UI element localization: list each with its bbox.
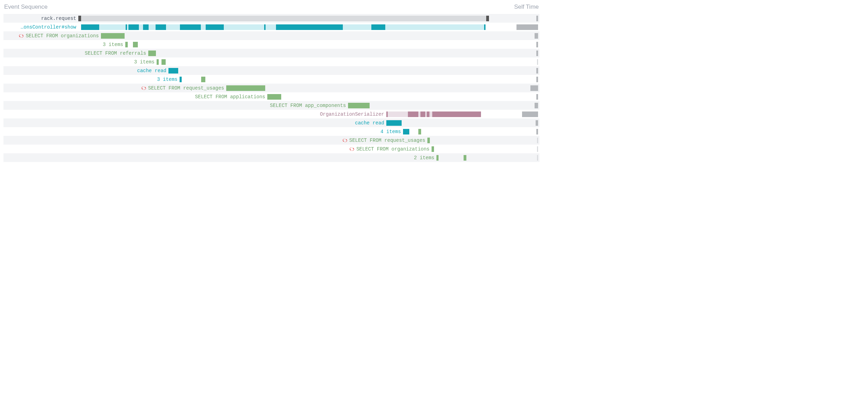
trace-segment[interactable] — [143, 24, 149, 30]
timeline-track[interactable] — [148, 51, 498, 56]
trace-row[interactable]: OrganizationSerializer — [3, 110, 539, 118]
trace-segment[interactable] — [226, 85, 265, 91]
timeline-track[interactable] — [168, 68, 498, 74]
row-label[interactable]: rack.request — [3, 16, 78, 21]
trace-segment[interactable] — [427, 138, 430, 143]
trace-row[interactable]: SELECT FROM app_components — [3, 101, 539, 110]
trace-segment[interactable] — [429, 111, 432, 117]
timeline-track[interactable] — [180, 77, 498, 82]
row-label[interactable]: OrganizationSerializer — [3, 111, 386, 117]
timeline-track[interactable] — [78, 24, 498, 30]
trace-segment[interactable] — [139, 24, 143, 30]
row-label[interactable]: 4 items — [3, 129, 403, 134]
timeline-track[interactable] — [157, 59, 498, 65]
timeline-track[interactable] — [432, 146, 498, 152]
trace-segment[interactable] — [267, 94, 281, 100]
timeline-track[interactable] — [267, 94, 498, 100]
trace-segment[interactable] — [403, 129, 409, 134]
row-label[interactable]: cache read — [3, 68, 168, 74]
self-time-cell — [498, 16, 539, 21]
timeline-track[interactable] — [427, 138, 498, 143]
trace-segment[interactable] — [408, 111, 418, 117]
trace-row[interactable]: …onsController#show — [3, 23, 539, 31]
row-label[interactable]: SELECT FROM organizations — [3, 146, 432, 152]
trace-segment[interactable] — [420, 111, 425, 117]
trace-segment[interactable] — [224, 24, 264, 30]
trace-segment[interactable] — [371, 24, 385, 30]
row-label[interactable]: 2 items — [3, 155, 436, 161]
timeline-track[interactable] — [125, 42, 498, 47]
trace-row[interactable]: SELECT FROM organizations — [3, 145, 539, 153]
self-time-cell — [498, 111, 539, 117]
timeline-track[interactable] — [386, 111, 498, 117]
trace-row[interactable]: 2 items — [3, 153, 539, 162]
row-label[interactable]: SELECT FROM app_components — [3, 103, 348, 108]
trace-row[interactable]: 4 items — [3, 127, 539, 136]
trace-segment[interactable] — [157, 59, 159, 65]
trace-segment[interactable] — [432, 146, 434, 152]
trace-segment[interactable] — [78, 16, 81, 21]
timeline-track[interactable] — [101, 33, 498, 39]
trace-segment[interactable] — [101, 33, 125, 39]
timeline-track[interactable] — [403, 129, 498, 134]
timeline-track[interactable] — [348, 103, 498, 108]
timeline-track[interactable] — [386, 120, 498, 126]
trace-segment[interactable] — [180, 77, 182, 82]
trace-row[interactable]: 3 items — [3, 57, 539, 66]
trace-segment[interactable] — [427, 111, 429, 117]
trace-segment[interactable] — [149, 24, 156, 30]
row-label[interactable]: SELECT FROM applications — [3, 94, 267, 100]
row-label[interactable]: SELECT FROM request_usages — [3, 138, 427, 143]
trace-segment[interactable] — [386, 120, 402, 126]
timeline-track[interactable] — [436, 155, 498, 161]
trace-segment[interactable] — [168, 68, 178, 74]
self-time-bar — [536, 120, 538, 126]
trace-row[interactable]: rack.request — [3, 14, 539, 23]
trace-segment[interactable] — [343, 24, 371, 30]
trace-row[interactable]: 3 items — [3, 75, 539, 84]
row-label[interactable]: SELECT FROM referrals — [3, 51, 148, 56]
trace-row[interactable]: cache read — [3, 118, 539, 127]
trace-segment[interactable] — [161, 59, 166, 65]
trace-segment[interactable] — [418, 129, 421, 134]
trace-segment[interactable] — [133, 42, 138, 47]
trace-row[interactable]: SELECT FROM organizations — [3, 31, 539, 40]
row-label[interactable]: 3 items — [3, 42, 125, 47]
trace-segment[interactable] — [201, 24, 206, 30]
trace-segment[interactable] — [125, 42, 128, 47]
trace-segment[interactable] — [148, 51, 156, 56]
trace-segment[interactable] — [348, 103, 370, 108]
trace-segment[interactable] — [385, 24, 484, 30]
row-label[interactable]: …onsController#show — [3, 24, 78, 30]
trace-segment[interactable] — [432, 111, 481, 117]
trace-segment[interactable] — [81, 16, 486, 21]
trace-row[interactable]: SELECT FROM request_usages — [3, 136, 539, 145]
row-label[interactable]: SELECT FROM request_usages — [3, 85, 226, 91]
trace-row[interactable]: SELECT FROM referrals — [3, 49, 539, 57]
trace-row[interactable]: cache read — [3, 66, 539, 75]
trace-segment[interactable] — [388, 111, 408, 117]
trace-segment[interactable] — [201, 77, 205, 82]
trace-segment[interactable] — [464, 155, 466, 161]
trace-segment[interactable] — [99, 24, 126, 30]
trace-segment[interactable] — [166, 24, 180, 30]
row-label[interactable]: 3 items — [3, 77, 180, 82]
trace-segment[interactable] — [128, 24, 139, 30]
timeline-track[interactable] — [226, 85, 498, 91]
timeline-track[interactable] — [78, 16, 498, 21]
trace-segment[interactable] — [484, 24, 486, 30]
trace-row[interactable]: SELECT FROM request_usages — [3, 84, 539, 92]
trace-row[interactable]: 3 items — [3, 40, 539, 49]
trace-segment[interactable] — [156, 24, 166, 30]
row-label[interactable]: 3 items — [3, 59, 157, 65]
trace-segment[interactable] — [276, 24, 343, 30]
trace-row[interactable]: SELECT FROM applications — [3, 92, 539, 101]
row-label[interactable]: cache read — [3, 120, 386, 126]
trace-segment[interactable] — [81, 24, 99, 30]
trace-segment[interactable] — [436, 155, 439, 161]
trace-segment[interactable] — [486, 16, 489, 21]
trace-segment[interactable] — [206, 24, 224, 30]
row-label[interactable]: SELECT FROM organizations — [3, 33, 101, 39]
trace-segment[interactable] — [180, 24, 201, 30]
trace-segment[interactable] — [266, 24, 276, 30]
